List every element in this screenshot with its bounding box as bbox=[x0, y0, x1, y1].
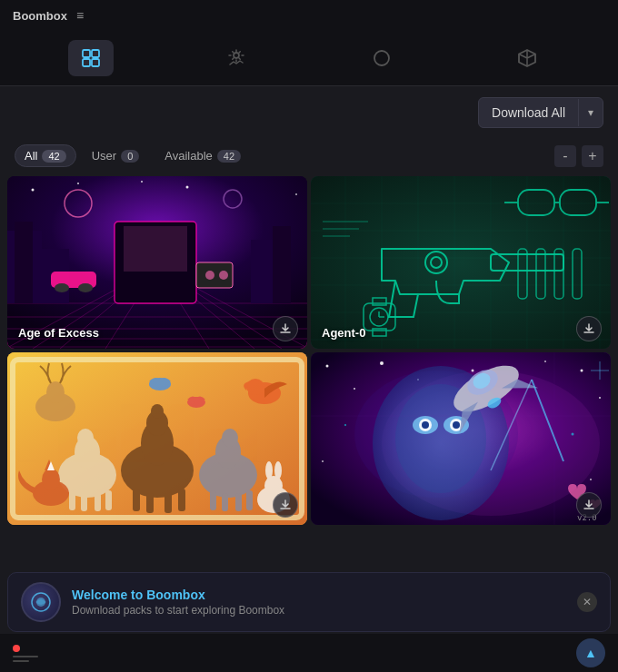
svg-rect-90 bbox=[105, 490, 112, 510]
welcome-subtitle: Download packs to start exploring Boombo… bbox=[72, 604, 566, 617]
welcome-banner: Welcome to Boombox Download packs to sta… bbox=[7, 572, 611, 632]
pack-age-of-excess-download[interactable] bbox=[273, 316, 298, 341]
svg-point-115 bbox=[326, 365, 329, 368]
svg-rect-94 bbox=[210, 490, 216, 510]
svg-point-39 bbox=[141, 181, 143, 183]
download-all-button[interactable]: Download All ▾ bbox=[478, 97, 603, 128]
svg-rect-81 bbox=[146, 493, 154, 513]
filter-available-count: 42 bbox=[217, 150, 241, 163]
download-all-label: Download All bbox=[479, 98, 578, 127]
svg-rect-82 bbox=[164, 493, 172, 513]
svg-rect-40 bbox=[311, 176, 611, 349]
svg-rect-95 bbox=[222, 493, 228, 511]
pack-space[interactable]: v2.0 bbox=[311, 352, 611, 525]
upload-button[interactable]: ▲ bbox=[576, 638, 605, 667]
welcome-avatar bbox=[21, 582, 61, 622]
tab-grid[interactable] bbox=[68, 40, 114, 76]
pack-age-of-excess-label: Age of Excess bbox=[18, 326, 99, 340]
svg-rect-26 bbox=[124, 226, 187, 272]
filter-user-label: User bbox=[92, 149, 116, 163]
svg-rect-0 bbox=[83, 50, 90, 57]
filter-available[interactable]: Available 42 bbox=[154, 144, 251, 167]
svg-point-121 bbox=[544, 361, 546, 362]
svg-point-119 bbox=[581, 370, 583, 372]
welcome-title: Welcome to Boombox bbox=[72, 588, 566, 602]
svg-point-116 bbox=[354, 388, 355, 390]
svg-point-35 bbox=[32, 189, 35, 192]
svg-point-117 bbox=[380, 361, 384, 365]
bottom-status bbox=[13, 645, 38, 662]
bottom-line-2 bbox=[13, 660, 29, 662]
bottom-bar: ▲ bbox=[0, 634, 618, 672]
welcome-text: Welcome to Boombox Download packs to sta… bbox=[72, 588, 566, 617]
svg-point-38 bbox=[295, 193, 297, 195]
filter-all-count: 42 bbox=[42, 150, 65, 163]
tab-layers[interactable] bbox=[214, 40, 259, 76]
zoom-out-button[interactable]: - bbox=[554, 145, 576, 167]
svg-point-125 bbox=[322, 460, 324, 462]
tab-circle[interactable] bbox=[359, 40, 404, 76]
svg-point-105 bbox=[46, 381, 65, 403]
filter-all[interactable]: All 42 bbox=[15, 144, 76, 167]
pack-age-of-excess[interactable]: Age of Excess bbox=[7, 176, 307, 349]
svg-point-111 bbox=[274, 461, 282, 479]
welcome-close-button[interactable]: ✕ bbox=[577, 592, 597, 612]
upload-icon: ▲ bbox=[584, 646, 597, 660]
status-indicator bbox=[13, 645, 20, 652]
svg-point-136 bbox=[453, 421, 460, 429]
svg-point-37 bbox=[186, 186, 189, 189]
tab-box[interactable] bbox=[504, 40, 550, 76]
svg-point-135 bbox=[422, 421, 429, 429]
svg-point-5 bbox=[374, 51, 389, 65]
pack-space-download[interactable] bbox=[576, 492, 602, 518]
svg-point-36 bbox=[77, 183, 79, 184]
svg-point-92 bbox=[77, 429, 94, 447]
svg-point-123 bbox=[344, 424, 346, 426]
svg-rect-87 bbox=[69, 490, 75, 510]
svg-rect-96 bbox=[235, 493, 242, 511]
svg-point-101 bbox=[42, 469, 60, 490]
filter-user-count: 0 bbox=[121, 150, 139, 163]
toolbar: Download All ▾ bbox=[0, 86, 618, 139]
filter-user[interactable]: User 0 bbox=[82, 144, 150, 167]
svg-rect-21 bbox=[15, 222, 33, 303]
svg-point-34 bbox=[219, 271, 228, 280]
bottom-line-1 bbox=[13, 656, 38, 657]
svg-rect-2 bbox=[83, 59, 90, 66]
pack-animals[interactable] bbox=[7, 352, 307, 525]
svg-point-126 bbox=[590, 479, 592, 480]
svg-rect-97 bbox=[246, 490, 253, 510]
svg-rect-83 bbox=[178, 489, 185, 511]
svg-point-120 bbox=[599, 397, 601, 399]
svg-rect-3 bbox=[92, 59, 99, 66]
chevron-down-icon: ▾ bbox=[578, 99, 603, 126]
zoom-in-button[interactable]: + bbox=[582, 145, 603, 167]
title-bar: Boombox ≡ bbox=[0, 0, 618, 31]
svg-rect-88 bbox=[81, 493, 87, 511]
packs-grid: Age of Excess bbox=[0, 176, 618, 525]
bottom-lines bbox=[13, 656, 38, 662]
filter-bar: All 42 User 0 Available 42 - + bbox=[0, 139, 618, 176]
svg-point-4 bbox=[234, 53, 239, 58]
svg-rect-24 bbox=[273, 226, 291, 303]
svg-rect-1 bbox=[92, 50, 99, 57]
svg-point-110 bbox=[265, 461, 273, 479]
hamburger-icon[interactable]: ≡ bbox=[76, 8, 84, 23]
svg-rect-89 bbox=[95, 493, 101, 511]
pack-agent-0-label: Agent-0 bbox=[322, 326, 365, 340]
filter-all-label: All bbox=[25, 149, 37, 163]
nav-tabs bbox=[0, 31, 618, 86]
svg-point-31 bbox=[78, 283, 93, 292]
svg-point-33 bbox=[205, 271, 214, 280]
svg-rect-80 bbox=[133, 489, 140, 511]
filter-available-label: Available bbox=[164, 149, 213, 163]
app-title: Boombox bbox=[13, 9, 67, 23]
svg-point-107 bbox=[246, 379, 264, 395]
pack-agent-0[interactable]: Agent-0 bbox=[311, 176, 611, 349]
svg-point-30 bbox=[55, 283, 69, 292]
pack-animals-download[interactable] bbox=[273, 492, 298, 518]
svg-point-85 bbox=[151, 404, 164, 419]
svg-point-99 bbox=[222, 429, 238, 447]
pack-agent-0-download[interactable] bbox=[576, 316, 602, 341]
